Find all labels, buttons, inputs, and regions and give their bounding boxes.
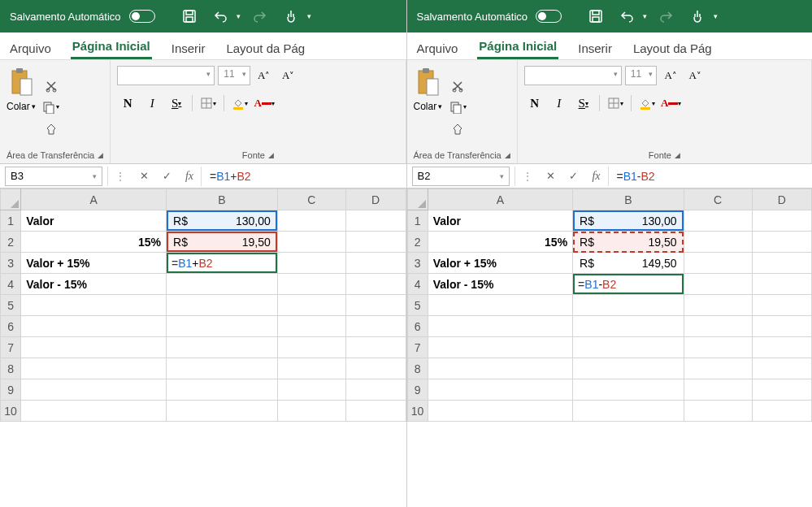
cell-a1[interactable]: Valor bbox=[21, 210, 167, 232]
enter-formula-icon[interactable]: ✓ bbox=[562, 165, 585, 188]
select-all-corner[interactable] bbox=[407, 189, 428, 210]
paste-label[interactable]: Colar bbox=[414, 101, 437, 112]
row-header[interactable]: 1 bbox=[407, 210, 428, 232]
cell[interactable] bbox=[752, 210, 812, 232]
column-header-c[interactable]: C bbox=[277, 189, 345, 210]
save-icon[interactable] bbox=[584, 5, 607, 28]
undo-dropdown-icon[interactable]: ▾ bbox=[643, 12, 647, 20]
paste-dropdown-icon[interactable]: ▾ bbox=[32, 102, 36, 110]
name-box[interactable]: B3▾ bbox=[5, 167, 102, 186]
cell-b3[interactable]: R$149,50 bbox=[573, 253, 684, 274]
decrease-font-icon[interactable]: A˅ bbox=[278, 65, 299, 86]
format-painter-icon[interactable] bbox=[447, 119, 468, 137]
touch-mode-icon[interactable] bbox=[686, 5, 709, 28]
fill-color-icon[interactable]: ▾ bbox=[229, 93, 250, 114]
name-box[interactable]: B2▾ bbox=[412, 167, 510, 186]
font-size-select[interactable]: 11 bbox=[218, 66, 250, 85]
borders-icon[interactable]: ▾ bbox=[605, 93, 626, 114]
touch-mode-icon[interactable] bbox=[280, 5, 302, 28]
cell-a2[interactable]: 15% bbox=[21, 232, 167, 253]
touch-dropdown-icon[interactable]: ▾ bbox=[307, 12, 311, 20]
tab-layout[interactable]: Layout da Pág bbox=[224, 37, 306, 59]
autosave-toggle[interactable] bbox=[129, 10, 155, 23]
autosave-toggle[interactable] bbox=[536, 10, 562, 23]
cancel-formula-icon[interactable]: ✕ bbox=[540, 165, 562, 188]
borders-icon[interactable]: ▾ bbox=[198, 93, 219, 114]
font-launcher-icon[interactable]: ◢ bbox=[268, 151, 274, 159]
font-family-select[interactable] bbox=[524, 66, 622, 85]
cell[interactable] bbox=[752, 274, 812, 295]
cell-a2[interactable]: 15% bbox=[428, 232, 572, 253]
copy-icon[interactable]: ▾ bbox=[447, 98, 468, 116]
row-header[interactable]: 6 bbox=[407, 316, 428, 337]
font-color-icon[interactable]: A▾ bbox=[661, 93, 682, 114]
spreadsheet-grid[interactable]: A B C D 1 Valor R$130,00 2 15% R$19,50 3… bbox=[407, 188, 813, 507]
increase-font-icon[interactable]: A˄ bbox=[254, 65, 275, 86]
font-launcher-icon[interactable]: ◢ bbox=[675, 151, 680, 159]
paste-dropdown-icon[interactable]: ▾ bbox=[438, 102, 442, 110]
insert-function-icon[interactable]: fx bbox=[585, 165, 608, 188]
redo-icon[interactable] bbox=[655, 5, 678, 28]
cell[interactable] bbox=[345, 232, 406, 253]
cell-a3[interactable]: Valor + 15% bbox=[21, 253, 167, 274]
row-header[interactable]: 2 bbox=[407, 232, 428, 253]
cell[interactable] bbox=[345, 274, 406, 295]
paste-icon[interactable] bbox=[7, 65, 35, 99]
cell-a3[interactable]: Valor + 15% bbox=[428, 253, 572, 274]
spreadsheet-grid[interactable]: A B C D 1 Valor R$130,00 2 15% R$19,50 3… bbox=[0, 188, 406, 507]
tab-insert[interactable]: Inserir bbox=[576, 37, 614, 59]
cell[interactable] bbox=[277, 253, 345, 274]
tab-insert[interactable]: Inserir bbox=[170, 37, 207, 59]
cell[interactable] bbox=[277, 232, 345, 253]
row-header[interactable]: 8 bbox=[407, 358, 428, 379]
cell[interactable] bbox=[345, 253, 406, 274]
cell[interactable] bbox=[277, 210, 345, 232]
cell[interactable] bbox=[684, 253, 752, 274]
row-header[interactable]: 2 bbox=[1, 232, 21, 253]
row-header[interactable]: 7 bbox=[407, 337, 428, 358]
cell[interactable] bbox=[684, 232, 752, 253]
undo-dropdown-icon[interactable]: ▾ bbox=[237, 12, 241, 20]
column-header-c[interactable]: C bbox=[684, 189, 752, 210]
increase-font-icon[interactable]: A˄ bbox=[660, 65, 681, 86]
cell-a1[interactable]: Valor bbox=[428, 210, 572, 232]
font-size-select[interactable]: 11 bbox=[625, 66, 657, 85]
copy-icon[interactable]: ▾ bbox=[41, 98, 62, 116]
italic-button[interactable]: I bbox=[141, 93, 163, 114]
row-header[interactable]: 10 bbox=[1, 401, 21, 422]
row-header[interactable]: 6 bbox=[1, 316, 21, 337]
decrease-font-icon[interactable]: A˅ bbox=[684, 65, 706, 86]
paste-icon[interactable] bbox=[414, 65, 441, 99]
clipboard-launcher-icon[interactable]: ◢ bbox=[98, 151, 103, 159]
row-header[interactable]: 4 bbox=[1, 274, 21, 295]
column-header-d[interactable]: D bbox=[345, 189, 406, 210]
cell[interactable] bbox=[684, 210, 752, 232]
row-header[interactable]: 7 bbox=[1, 337, 21, 358]
bold-button[interactable]: N bbox=[117, 93, 138, 114]
redo-icon[interactable] bbox=[249, 5, 271, 28]
select-all-corner[interactable] bbox=[1, 189, 21, 210]
italic-button[interactable]: I bbox=[549, 93, 570, 114]
tab-home[interactable]: Página Inicial bbox=[71, 34, 152, 59]
formula-input[interactable]: =B1+B2 bbox=[202, 168, 406, 184]
cell-b1[interactable]: R$130,00 bbox=[167, 210, 278, 232]
cell-b3-editing[interactable]: =B1+B2 bbox=[167, 253, 278, 274]
row-header[interactable]: 5 bbox=[407, 295, 428, 316]
undo-icon[interactable] bbox=[209, 5, 232, 28]
underline-button[interactable]: S▾ bbox=[166, 93, 187, 114]
row-header[interactable]: 10 bbox=[407, 401, 428, 422]
save-icon[interactable] bbox=[178, 5, 201, 28]
column-header-d[interactable]: D bbox=[752, 189, 812, 210]
underline-button[interactable]: S▾ bbox=[573, 93, 594, 114]
formula-input[interactable]: =B1-B2 bbox=[609, 168, 813, 184]
cell[interactable] bbox=[752, 253, 812, 274]
cut-icon[interactable] bbox=[447, 77, 468, 95]
cell-b4[interactable] bbox=[167, 274, 278, 295]
cell[interactable] bbox=[684, 274, 752, 295]
cell[interactable] bbox=[752, 232, 812, 253]
enter-formula-icon[interactable]: ✓ bbox=[155, 165, 178, 188]
column-header-a[interactable]: A bbox=[21, 189, 167, 210]
cell-b2[interactable]: R$19,50 bbox=[167, 232, 278, 253]
fill-color-icon[interactable]: ▾ bbox=[636, 93, 658, 114]
tab-file[interactable]: Arquivo bbox=[415, 37, 460, 59]
